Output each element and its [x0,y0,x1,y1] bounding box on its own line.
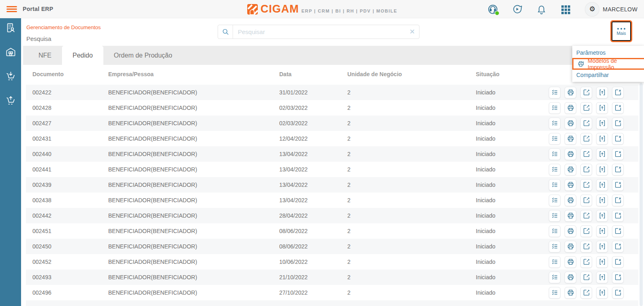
print-button[interactable] [565,272,576,283]
table-row[interactable]: 002451 BENEFICIADOR(BENEFICIADOR) 08/06/… [26,223,638,239]
notifications-bell-icon[interactable] [536,4,547,15]
cancel-box-button[interactable] [612,195,624,206]
menu-item-parametros[interactable]: Parâmetros [572,47,644,58]
export-edit-button[interactable] [580,102,592,114]
print-button[interactable] [565,133,576,145]
hamburger-menu-icon[interactable] [6,5,17,13]
upload-button[interactable] [596,179,608,191]
export-edit-button[interactable] [580,118,592,129]
export-edit-button[interactable] [580,256,592,268]
print-button[interactable] [565,195,576,206]
export-edit-button[interactable] [580,87,592,98]
menu-item-compartilhar[interactable]: Compartilhar [572,70,644,80]
upload-button[interactable] [596,287,608,299]
search-input[interactable] [233,28,405,35]
print-button[interactable] [565,225,576,237]
cancel-box-button[interactable] [612,287,624,299]
upload-button[interactable] [596,256,608,268]
tab-pedido[interactable]: Pedido [62,46,103,65]
checklist-button[interactable] [549,179,561,191]
upload-button[interactable] [596,118,608,129]
table-row[interactable]: 002431 BENEFICIADOR(BENEFICIADOR) 12/04/… [26,131,638,146]
export-edit-button[interactable] [580,287,592,299]
table-row[interactable]: 002439 BENEFICIADOR(BENEFICIADOR) 13/04/… [26,177,638,193]
table-row[interactable]: 002428 BENEFICIADOR(BENEFICIADOR) 02/03/… [26,100,638,116]
cancel-box-button[interactable] [612,179,624,191]
table-row[interactable]: 002496 BENEFICIADOR(BENEFICIADOR) 27/10/… [26,285,638,300]
upload-button[interactable] [596,210,608,222]
print-button[interactable] [565,287,576,299]
print-button[interactable] [565,148,576,160]
support-headset-icon[interactable] [488,4,498,15]
table-row[interactable]: 002422 BENEFICIADOR(BENEFICIADOR) 31/01/… [26,85,638,100]
table-row[interactable]: 002440 BENEFICIADOR(BENEFICIADOR) 13/04/… [26,146,638,162]
print-button[interactable] [565,241,576,253]
breadcrumb[interactable]: Gerenciamento de Documentos [26,24,101,30]
export-edit-button[interactable] [580,164,592,175]
tab-nfe[interactable]: NFE [28,46,62,65]
table-row[interactable]: 002441 BENEFICIADOR(BENEFICIADOR) 13/04/… [26,162,638,177]
upload-button[interactable] [596,102,608,114]
export-edit-button[interactable] [580,148,592,160]
export-edit-button[interactable] [580,272,592,283]
checklist-button[interactable] [549,118,561,129]
export-edit-button[interactable] [580,210,592,222]
table-row[interactable]: 002427 BENEFICIADOR(BENEFICIADOR) 02/03/… [26,116,638,131]
apps-grid-icon[interactable] [561,4,571,15]
cancel-box-button[interactable] [612,164,624,175]
cancel-box-button[interactable] [612,87,624,98]
print-button[interactable] [565,256,576,268]
print-button[interactable] [565,164,576,175]
cancel-box-button[interactable] [612,133,624,145]
table-row[interactable]: 002493 BENEFICIADOR(BENEFICIADOR) 21/10/… [26,270,638,285]
video-help-icon[interactable] [512,4,522,15]
export-edit-button[interactable] [580,179,592,191]
checklist-button[interactable] [549,133,561,145]
search-icon[interactable] [218,25,233,39]
cancel-box-button[interactable] [612,118,624,129]
checklist-button[interactable] [549,195,561,206]
checklist-button[interactable] [549,210,561,222]
upload-button[interactable] [596,148,608,160]
checklist-button[interactable] [549,256,561,268]
clear-search-icon[interactable]: ✕ [405,28,419,36]
more-button[interactable]: Mais [612,21,631,41]
sidebar-item-cart-in[interactable] [5,71,16,82]
menu-item-modelos-de-impressao[interactable]: Modelos de Impressão [572,58,644,70]
checklist-button[interactable] [549,164,561,175]
vertical-scrollbar[interactable] [640,83,643,306]
upload-button[interactable] [596,133,608,145]
upload-button[interactable] [596,241,608,253]
sidebar-item-cart-out[interactable] [5,95,16,106]
checklist-button[interactable] [549,87,561,98]
print-button[interactable] [565,179,576,191]
table-row[interactable]: 002442 BENEFICIADOR(BENEFICIADOR) 28/04/… [26,208,638,223]
export-edit-button[interactable] [580,225,592,237]
export-edit-button[interactable] [580,241,592,253]
checklist-button[interactable] [549,148,561,160]
upload-button[interactable] [596,225,608,237]
checklist-button[interactable] [549,272,561,283]
print-button[interactable] [565,87,576,98]
print-button[interactable] [565,102,576,114]
checklist-button[interactable] [549,102,561,114]
upload-button[interactable] [596,164,608,175]
tab-ordem-de-producao[interactable]: Ordem de Produção [103,46,183,65]
table-row[interactable]: 002438 BENEFICIADOR(BENEFICIADOR) 13/04/… [26,193,638,208]
cancel-box-button[interactable] [612,210,624,222]
sidebar-item-company-search[interactable] [5,22,16,33]
upload-button[interactable] [596,272,608,283]
cancel-box-button[interactable] [612,272,624,283]
cancel-box-button[interactable] [612,148,624,160]
cancel-box-button[interactable] [612,241,624,253]
export-edit-button[interactable] [580,133,592,145]
checklist-button[interactable] [549,287,561,299]
upload-button[interactable] [596,195,608,206]
cancel-box-button[interactable] [612,225,624,237]
sidebar-item-warehouse[interactable] [5,47,16,58]
print-button[interactable] [565,118,576,129]
cancel-box-button[interactable] [612,102,624,114]
export-edit-button[interactable] [580,195,592,206]
upload-button[interactable] [596,87,608,98]
print-button[interactable] [565,210,576,222]
